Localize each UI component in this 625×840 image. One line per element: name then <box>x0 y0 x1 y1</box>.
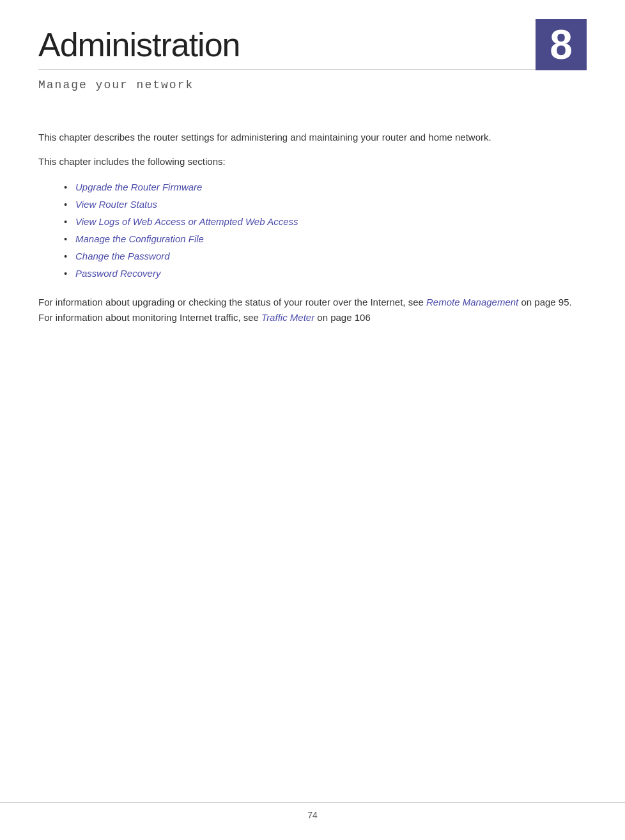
section-link-recovery[interactable]: Password Recovery <box>75 268 160 279</box>
intro-paragraph-1: This chapter describes the router settin… <box>38 130 587 145</box>
intro-paragraph-2: This chapter includes the following sect… <box>38 154 587 169</box>
list-item[interactable]: Upgrade the Router Firmware <box>64 178 587 196</box>
page-number: 74 <box>307 810 318 820</box>
traffic-meter-link[interactable]: Traffic Meter <box>261 312 314 323</box>
list-item[interactable]: Change the Password <box>64 247 587 265</box>
chapter-subtitle: Manage your network <box>38 79 587 91</box>
section-link-firmware[interactable]: Upgrade the Router Firmware <box>75 182 202 192</box>
list-item[interactable]: Password Recovery <box>64 265 587 282</box>
section-link-logs[interactable]: View Logs of Web Access or Attempted Web… <box>75 216 298 227</box>
section-link-password[interactable]: Change the Password <box>75 251 170 261</box>
list-item[interactable]: View Logs of Web Access or Attempted Web… <box>64 213 587 230</box>
section-list: Upgrade the Router Firmware View Router … <box>64 178 587 282</box>
footer-text-part3: on page 106 <box>314 312 371 323</box>
section-link-status[interactable]: View Router Status <box>75 199 157 210</box>
remote-management-link[interactable]: Remote Management <box>426 297 518 307</box>
footer-text-part1: For information about upgrading or check… <box>38 297 426 307</box>
title-divider <box>38 69 587 70</box>
footer-paragraph: For information about upgrading or check… <box>38 295 587 325</box>
list-item[interactable]: Manage the Configuration File <box>64 230 587 247</box>
chapter-number-badge: 8 <box>536 19 587 70</box>
list-item[interactable]: View Router Status <box>64 196 587 213</box>
section-link-config[interactable]: Manage the Configuration File <box>75 233 204 244</box>
page-footer: 74 <box>0 802 625 821</box>
chapter-title: Administration <box>38 26 587 64</box>
